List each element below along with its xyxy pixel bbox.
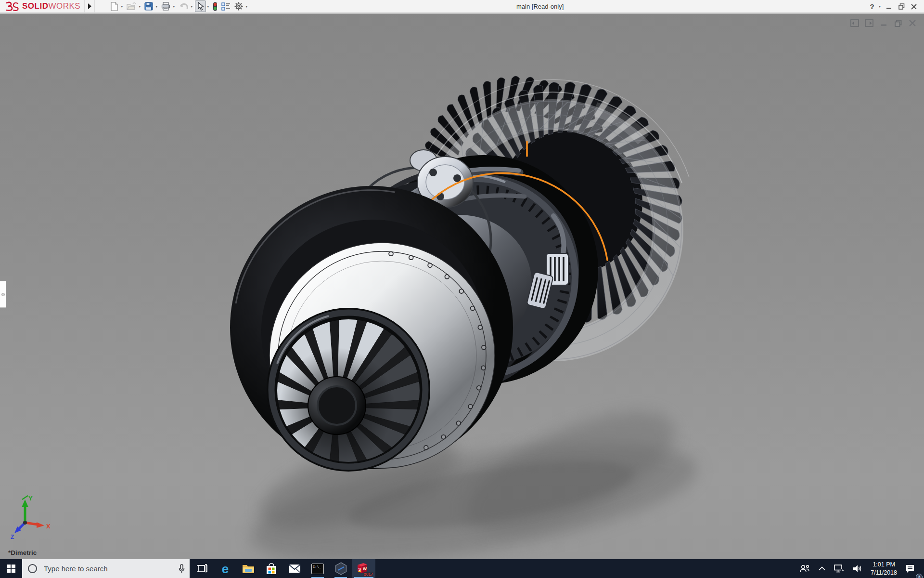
taskbar: e C:\_ SW 2017 bbox=[0, 559, 924, 578]
help-dropdown-caret[interactable]: ▾ bbox=[878, 4, 883, 9]
undo-dropdown-caret[interactable]: ▾ bbox=[190, 4, 194, 9]
triad-z-label: Z bbox=[11, 534, 14, 539]
command-prompt-icon[interactable]: C:\_ bbox=[306, 559, 329, 578]
print-dropdown-caret[interactable]: ▾ bbox=[172, 4, 177, 9]
titlebar: SOLIDWORKS ▾ ▾ ▾ ▾ ▾ ▾ ▾ main bbox=[0, 0, 924, 13]
taskbar-clock[interactable]: 1:01 PM 7/11/2018 bbox=[867, 561, 901, 577]
volume-icon[interactable] bbox=[848, 559, 867, 578]
engine-3d-model[interactable] bbox=[0, 13, 924, 559]
microphone-icon[interactable] bbox=[179, 564, 185, 573]
document-title: main [Read-only] bbox=[516, 0, 564, 13]
ds-logo-icon bbox=[5, 1, 19, 11]
open-dropdown-caret[interactable]: ▾ bbox=[138, 4, 142, 9]
standard-toolbar: ▾ ▾ ▾ ▾ ▾ ▾ ▾ bbox=[108, 0, 249, 13]
pane-expand-right-icon[interactable] bbox=[864, 18, 874, 28]
cortana-search-icon bbox=[28, 564, 37, 573]
graphics-viewport[interactable]: Y X Z *Dimetric bbox=[0, 13, 924, 559]
svg-text:S: S bbox=[359, 567, 361, 572]
view-orientation-label: *Dimetric bbox=[8, 549, 37, 556]
save-dropdown-caret[interactable]: ▾ bbox=[155, 4, 159, 9]
stoplight-icon[interactable] bbox=[211, 0, 219, 12]
settings-dropdown-caret[interactable]: ▾ bbox=[245, 4, 249, 9]
clock-time: 1:01 PM bbox=[871, 561, 897, 568]
task-view-icon[interactable] bbox=[191, 559, 214, 578]
clock-date: 7/11/2018 bbox=[871, 569, 897, 577]
window-controls: ? ▾ bbox=[866, 0, 920, 13]
people-icon[interactable] bbox=[795, 559, 814, 578]
settings-gear-icon[interactable] bbox=[233, 0, 244, 12]
restore-icon[interactable] bbox=[895, 0, 908, 13]
new-dropdown-caret[interactable]: ▾ bbox=[120, 4, 125, 9]
help-icon[interactable]: ? bbox=[866, 0, 878, 13]
close-icon[interactable] bbox=[908, 0, 920, 13]
document-window-controls bbox=[850, 18, 917, 28]
minimize-icon[interactable] bbox=[883, 0, 895, 13]
taskbar-apps: e C:\_ SW 2017 bbox=[191, 559, 375, 578]
system-tray: 1:01 PM 7/11/2018 3 bbox=[795, 559, 924, 578]
triad-x-label: X bbox=[46, 523, 51, 530]
restore-icon[interactable] bbox=[893, 18, 903, 28]
minimize-icon[interactable] bbox=[879, 18, 888, 28]
mail-icon[interactable] bbox=[283, 559, 306, 578]
flyout-expand-icon[interactable] bbox=[84, 0, 95, 13]
orientation-triad: Y X Z bbox=[7, 493, 53, 539]
triad-y-label: Y bbox=[28, 495, 33, 502]
solidworks-brand: SOLIDWORKS bbox=[0, 0, 84, 13]
select-dropdown-caret[interactable]: ▾ bbox=[206, 4, 211, 9]
undo-icon[interactable] bbox=[177, 0, 190, 12]
print-icon[interactable] bbox=[160, 0, 172, 12]
notification-badge: 3 bbox=[916, 574, 923, 578]
file-explorer-icon[interactable] bbox=[237, 559, 260, 578]
svg-text:W: W bbox=[363, 566, 367, 571]
hexagon-app-icon[interactable] bbox=[329, 559, 352, 578]
start-icon[interactable] bbox=[0, 559, 22, 578]
search-input[interactable] bbox=[44, 565, 179, 573]
save-icon[interactable] bbox=[143, 0, 154, 12]
close-icon[interactable] bbox=[908, 18, 917, 28]
open-icon[interactable] bbox=[125, 0, 138, 12]
action-center-icon[interactable]: 3 bbox=[901, 559, 919, 578]
brand-wordmark: SOLIDWORKS bbox=[22, 1, 80, 11]
new-document-icon[interactable] bbox=[109, 0, 120, 12]
network-icon[interactable] bbox=[830, 559, 848, 578]
solidworks-2017-icon[interactable]: SW 2017 bbox=[352, 559, 375, 578]
taskbar-search[interactable] bbox=[22, 559, 190, 578]
nozzle-opening bbox=[267, 308, 430, 472]
edge-icon[interactable]: e bbox=[214, 559, 237, 578]
collapsed-panel-tab[interactable] bbox=[0, 281, 6, 308]
pane-collapse-left-icon[interactable] bbox=[850, 18, 860, 28]
display-pane-icon[interactable] bbox=[220, 0, 232, 12]
chevron-up-icon[interactable] bbox=[814, 559, 830, 578]
panel-tab-icon bbox=[1, 293, 5, 296]
store-icon[interactable] bbox=[260, 559, 283, 578]
select-cursor-icon[interactable] bbox=[195, 0, 206, 12]
